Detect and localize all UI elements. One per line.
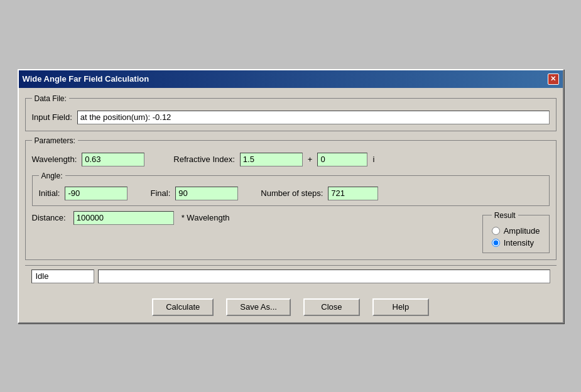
result-legend: Result bbox=[492, 211, 518, 220]
i-label: i bbox=[372, 155, 374, 164]
distance-label: Distance: bbox=[32, 213, 66, 222]
buttons-row: Calculate Save As... Close Help bbox=[19, 293, 563, 322]
final-label: Final: bbox=[150, 188, 170, 198]
initial-label: Initial: bbox=[39, 188, 60, 198]
progress-bar bbox=[98, 270, 550, 283]
wavelength-input[interactable] bbox=[82, 153, 144, 166]
input-field-label: Input Field: bbox=[32, 112, 72, 122]
amplitude-row: Amplitude bbox=[492, 226, 540, 236]
calculate-button[interactable]: Calculate bbox=[152, 298, 214, 316]
distance-input[interactable] bbox=[73, 211, 174, 225]
initial-input[interactable] bbox=[65, 187, 128, 200]
help-button[interactable]: Help bbox=[372, 298, 429, 316]
angle-row: Initial: Final: Number of steps: bbox=[39, 187, 543, 200]
status-text: Idle bbox=[31, 270, 94, 283]
plus-sign: + bbox=[308, 155, 313, 164]
final-input[interactable] bbox=[175, 187, 238, 200]
intensity-radio[interactable] bbox=[492, 239, 500, 247]
close-button[interactable]: Close bbox=[303, 298, 360, 316]
steps-input[interactable] bbox=[328, 187, 378, 200]
save-as-button[interactable]: Save As... bbox=[226, 298, 291, 316]
amplitude-label: Amplitude bbox=[504, 226, 540, 236]
input-field-input[interactable] bbox=[77, 111, 550, 124]
data-file-group: Data File: Input Field: bbox=[25, 94, 557, 131]
refractive-index-real-input[interactable] bbox=[240, 153, 303, 166]
close-icon[interactable]: ✕ bbox=[548, 74, 559, 85]
amplitude-radio[interactable] bbox=[492, 227, 500, 235]
parameters-legend: Parameters: bbox=[32, 136, 78, 145]
data-file-legend: Data File: bbox=[32, 94, 69, 103]
refractive-index-imag-input[interactable] bbox=[317, 153, 367, 166]
params-bottom: Distance: * Wavelength Result Amplitude … bbox=[32, 206, 550, 253]
input-field-row: Input Field: bbox=[32, 111, 550, 124]
distance-unit: * Wavelength bbox=[182, 213, 230, 222]
wavelength-label: Wavelength: bbox=[32, 155, 77, 164]
window-title: Wide Angle Far Field Calculation bbox=[23, 74, 149, 84]
title-bar: Wide Angle Far Field Calculation ✕ bbox=[19, 70, 563, 88]
distance-row: Distance: * Wavelength bbox=[32, 211, 230, 225]
result-group: Result Amplitude Intensity bbox=[482, 211, 550, 253]
status-bar: Idle bbox=[25, 265, 557, 287]
window-content: Data File: Input Field: Parameters: Wave… bbox=[19, 88, 563, 293]
wavelength-row: Wavelength: Refractive Index: + i bbox=[32, 153, 550, 166]
main-window: Wide Angle Far Field Calculation ✕ Data … bbox=[18, 69, 564, 324]
angle-legend: Angle: bbox=[39, 172, 65, 180]
intensity-label: Intensity bbox=[504, 238, 534, 248]
steps-label: Number of steps: bbox=[261, 188, 323, 198]
parameters-group: Parameters: Wavelength: Refractive Index… bbox=[25, 136, 557, 260]
intensity-row: Intensity bbox=[492, 238, 540, 248]
angle-group: Angle: Initial: Final: Number of steps: bbox=[32, 172, 550, 206]
refractive-index-label: Refractive Index: bbox=[173, 155, 235, 164]
